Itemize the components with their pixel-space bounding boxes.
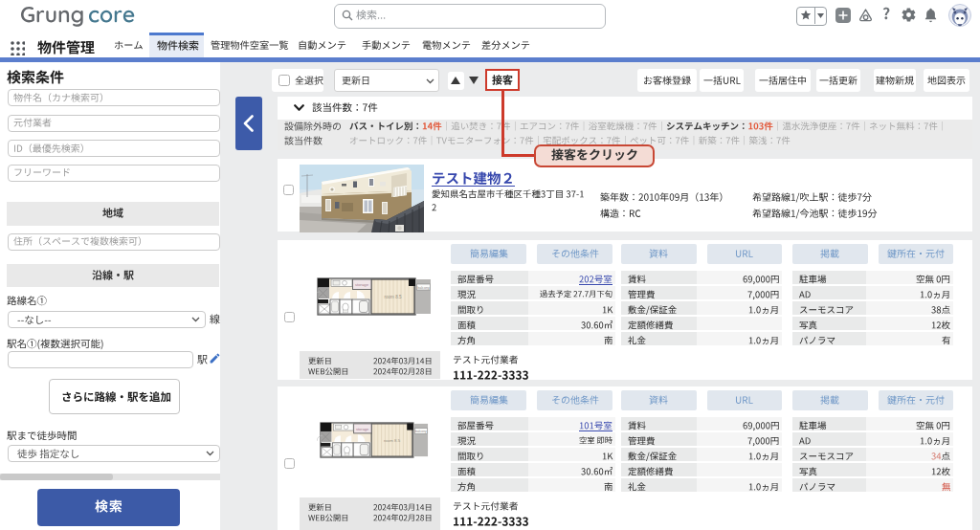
svg-text:storage: storage xyxy=(355,282,369,287)
svg-text:balcony: balcony xyxy=(415,430,427,433)
svg-text:balcony: balcony xyxy=(417,286,430,290)
svg-text:room 8.5: room 8.5 xyxy=(383,438,400,443)
svg-text:room 8.5: room 8.5 xyxy=(384,295,402,299)
svg-text:storage: storage xyxy=(356,427,369,431)
